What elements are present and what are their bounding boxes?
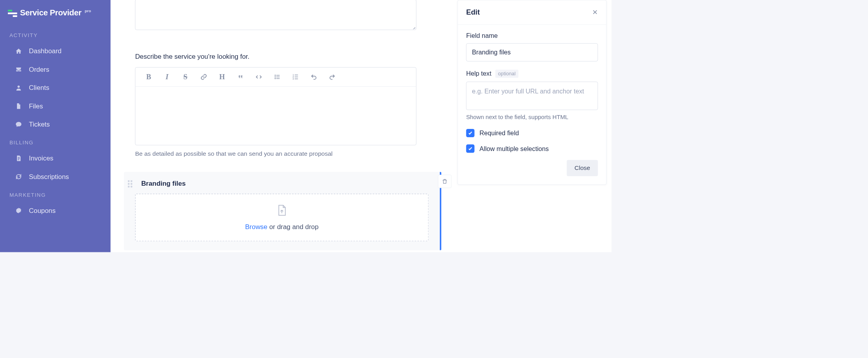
refresh-icon [15, 172, 23, 181]
multiple-checkbox-row[interactable]: Allow multiple selections [466, 144, 598, 153]
svg-rect-17 [295, 76, 298, 77]
svg-point-9 [275, 78, 276, 79]
sidebar-item-clients[interactable]: Clients [0, 78, 110, 97]
rich-text-editor: B I S H 123 [135, 67, 416, 145]
sidebar-item-subscriptions[interactable]: Subscriptions [0, 168, 110, 186]
strikethrough-icon[interactable]: S [180, 72, 190, 82]
sidebar-item-label: Tickets [29, 121, 50, 129]
close-icon[interactable]: ✕ [592, 8, 598, 16]
edit-panel-header: Edit ✕ [458, 0, 606, 25]
close-button[interactable]: Close [567, 160, 598, 176]
logo-text: Service Provider [20, 8, 82, 17]
bold-icon[interactable]: B [144, 72, 153, 82]
undo-icon[interactable] [309, 72, 319, 82]
rte-body[interactable] [135, 87, 416, 145]
sidebar-item-invoices[interactable]: Invoices [0, 149, 110, 167]
nav-section-activity: ACTIVITY [0, 26, 110, 42]
svg-rect-6 [18, 159, 19, 160]
drag-handle-icon[interactable] [128, 180, 133, 187]
edit-panel-title: Edit [466, 8, 480, 17]
sidebar-item-label: Coupons [29, 207, 56, 214]
sidebar-item-dashboard[interactable]: Dashboard [0, 42, 110, 60]
field-name-input[interactable] [466, 43, 598, 62]
main-content: Describe the service you're looking for.… [110, 0, 612, 252]
logo: Service Provider pro [0, 8, 110, 26]
help-text-label-text: Help text [466, 70, 491, 78]
rte-toolbar: B I S H 123 [135, 67, 416, 87]
file-dropzone[interactable]: Browse or drag and drop [135, 194, 428, 241]
describe-label: Describe the service you're looking for. [135, 53, 428, 61]
svg-rect-11 [276, 76, 279, 77]
sidebar-item-label: Files [29, 102, 43, 110]
edit-panel: Edit ✕ Field name Help text optional Sho… [458, 0, 607, 185]
sidebar-item-label: Dashboard [29, 47, 62, 55]
svg-point-8 [275, 76, 276, 78]
svg-point-3 [17, 86, 20, 88]
logo-mark-icon [8, 9, 17, 17]
sidebar: Service Provider pro ACTIVITY Dashboard … [0, 0, 110, 252]
dropzone-text: Browse or drag and drop [245, 223, 318, 231]
field-name-label: Field name [466, 32, 598, 39]
svg-rect-18 [295, 78, 298, 79]
svg-text:3: 3 [293, 78, 294, 80]
resize-handle-icon[interactable] [412, 25, 415, 29]
sidebar-item-coupons[interactable]: Coupons [0, 201, 110, 220]
required-checkbox-label: Required field [479, 129, 519, 137]
required-checkbox-row[interactable]: Required field [466, 129, 598, 137]
sidebar-item-files[interactable]: Files [0, 97, 110, 115]
help-sub-text: Shown next to the field, supports HTML [466, 114, 598, 121]
browse-link[interactable]: Browse [245, 223, 267, 230]
badge-icon [15, 206, 23, 214]
logo-pro-tag: pro [85, 8, 91, 13]
sidebar-item-label: Clients [29, 84, 49, 92]
branding-files-card[interactable]: Branding files Browse or drag and drop [124, 172, 441, 250]
multiple-checkbox-label: Allow multiple selections [479, 145, 549, 152]
svg-rect-5 [18, 158, 20, 159]
nav-section-marketing: MARKETING [0, 186, 110, 201]
help-text-label: Help text optional [466, 70, 598, 78]
svg-rect-12 [276, 78, 279, 79]
file-icon [15, 102, 23, 110]
home-icon [15, 47, 23, 55]
sidebar-item-orders[interactable]: Orders [0, 60, 110, 78]
branding-card-title: Branding files [141, 180, 428, 188]
svg-rect-4 [18, 157, 20, 158]
italic-icon[interactable]: I [162, 72, 172, 82]
ordered-list-icon[interactable]: 123 [290, 72, 300, 82]
inbox-icon [15, 65, 23, 74]
svg-rect-1 [8, 12, 17, 14]
bullet-list-icon[interactable] [272, 72, 282, 82]
redo-icon[interactable] [327, 72, 337, 82]
upload-file-icon [276, 205, 287, 218]
sidebar-item-tickets[interactable]: Tickets [0, 115, 110, 133]
sidebar-item-label: Orders [29, 65, 49, 73]
svg-point-7 [275, 75, 276, 76]
describe-help-text: Be as detailed as possible so that we ca… [135, 150, 428, 157]
dropzone-rest: or drag and drop [268, 223, 319, 230]
svg-rect-0 [8, 9, 12, 11]
user-icon [15, 84, 23, 92]
svg-rect-16 [295, 75, 298, 75]
invoice-icon [15, 154, 23, 162]
svg-rect-2 [13, 15, 17, 17]
multiple-checkbox[interactable] [466, 144, 474, 153]
help-text-input[interactable] [466, 82, 598, 110]
delete-button[interactable] [438, 175, 451, 188]
heading-icon[interactable]: H [217, 72, 227, 82]
nav-section-billing: BILLING [0, 134, 110, 149]
chat-icon [15, 120, 23, 129]
sidebar-item-label: Subscriptions [29, 173, 69, 181]
link-icon[interactable] [199, 72, 209, 82]
svg-rect-10 [276, 75, 279, 75]
sidebar-item-label: Invoices [29, 155, 53, 162]
code-icon[interactable] [254, 72, 264, 82]
textarea-field[interactable] [135, 0, 416, 30]
quote-icon[interactable] [236, 72, 245, 82]
required-checkbox[interactable] [466, 129, 474, 137]
optional-tag: optional [495, 70, 518, 78]
